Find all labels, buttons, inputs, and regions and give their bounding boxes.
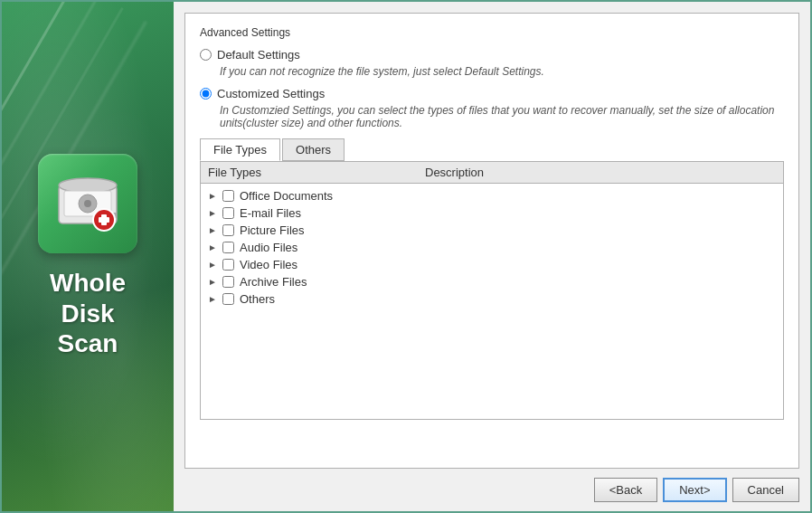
col-file-types-header: File Types	[208, 166, 425, 179]
customized-settings-radio[interactable]	[200, 88, 212, 100]
expand-arrow[interactable]: ►	[208, 277, 222, 287]
customized-settings-description: In Customzied Settings, you can select t…	[220, 104, 784, 129]
disk-icon	[52, 167, 124, 240]
tab-file-types[interactable]: File Types	[200, 138, 280, 161]
expand-arrow[interactable]: ►	[208, 191, 222, 201]
bottom-bar: <Back Next> Cancel	[174, 469, 810, 511]
expand-arrow[interactable]: ►	[208, 242, 222, 252]
default-settings-description: If you can not recognize the file system…	[220, 65, 784, 78]
table-row[interactable]: ► Picture Files	[201, 222, 783, 239]
row-checkbox-3[interactable]	[222, 242, 234, 253]
cancel-button[interactable]: Cancel	[732, 478, 799, 502]
next-button[interactable]: Next>	[663, 478, 726, 502]
table-body: ► Office Documents ► E-mail Files ► Pict…	[201, 184, 783, 419]
sidebar-title: Whole Disk Scan	[50, 268, 126, 359]
col-description-header: Description	[425, 166, 776, 179]
customized-settings-option[interactable]: Customized Settings	[200, 87, 784, 100]
table-row[interactable]: ► Archive Files	[201, 273, 783, 290]
table-row[interactable]: ► E-mail Files	[201, 204, 783, 222]
sidebar: Whole Disk Scan	[2, 2, 174, 511]
expand-arrow[interactable]: ►	[208, 260, 222, 270]
row-checkbox-0[interactable]	[222, 190, 234, 202]
default-settings-radio[interactable]	[200, 49, 212, 61]
row-label-5: Archive Files	[240, 275, 307, 289]
tab-others[interactable]: Others	[282, 138, 345, 161]
row-checkbox-6[interactable]	[222, 293, 234, 305]
file-types-table: File Types Description ► Office Document…	[200, 161, 784, 420]
content-area: Advanced Settings Default Settings If yo…	[174, 2, 810, 511]
row-checkbox-4[interactable]	[222, 259, 234, 271]
row-checkbox-2[interactable]	[222, 224, 234, 236]
row-label-6: Others	[240, 292, 275, 306]
back-button[interactable]: <Back	[594, 478, 658, 502]
table-row[interactable]: ► Others	[201, 290, 783, 308]
row-label-0: Office Documents	[240, 189, 333, 203]
row-label-4: Video Files	[240, 258, 297, 271]
row-label-3: Audio Files	[240, 241, 297, 254]
row-label-2: Picture Files	[240, 223, 305, 237]
expand-arrow[interactable]: ►	[208, 225, 222, 235]
expand-arrow[interactable]: ►	[208, 294, 222, 304]
table-header: File Types Description	[201, 162, 783, 184]
svg-rect-8	[99, 217, 109, 223]
row-checkbox-5[interactable]	[222, 276, 234, 288]
default-settings-label: Default Settings	[217, 48, 300, 62]
table-row[interactable]: ► Audio Files	[201, 239, 783, 256]
disk-icon-container	[38, 154, 137, 253]
settings-panel: Advanced Settings Default Settings If yo…	[184, 13, 799, 469]
main-container: Whole Disk Scan Advanced Settings Defaul…	[0, 0, 812, 513]
table-row[interactable]: ► Video Files	[201, 256, 783, 273]
panel-title: Advanced Settings	[200, 26, 784, 39]
row-checkbox-1[interactable]	[222, 207, 234, 219]
expand-arrow[interactable]: ►	[208, 208, 222, 218]
svg-point-4	[84, 200, 91, 207]
table-row[interactable]: ► Office Documents	[201, 187, 783, 204]
tab-bar: File Types Others	[200, 138, 784, 161]
customized-settings-label: Customized Settings	[217, 87, 325, 100]
row-label-1: E-mail Files	[240, 206, 301, 220]
default-settings-option[interactable]: Default Settings	[200, 48, 784, 62]
